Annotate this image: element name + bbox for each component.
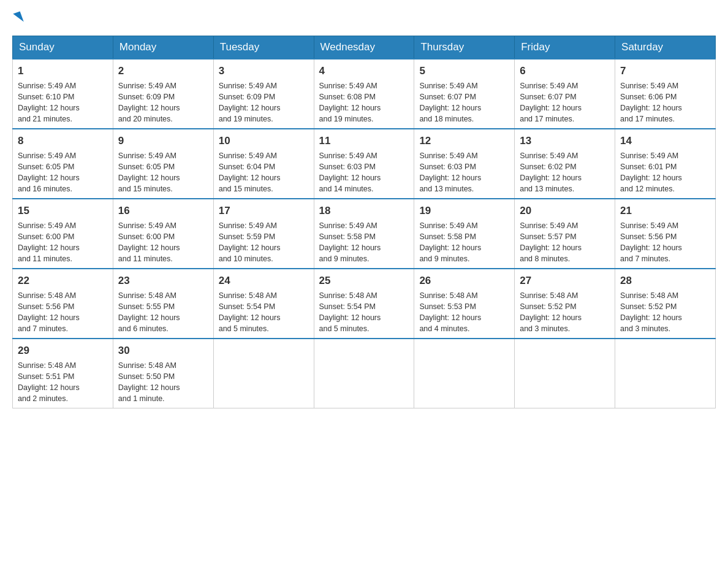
day-number: 2 bbox=[118, 63, 208, 79]
calendar-cell: 18Sunrise: 5:49 AMSunset: 5:58 PMDayligh… bbox=[314, 199, 414, 269]
calendar-cell: 22Sunrise: 5:48 AMSunset: 5:56 PMDayligh… bbox=[13, 269, 113, 339]
day-number: 16 bbox=[118, 203, 208, 219]
day-number: 22 bbox=[18, 273, 108, 289]
calendar-cell: 28Sunrise: 5:48 AMSunset: 5:52 PMDayligh… bbox=[615, 269, 716, 339]
calendar-cell: 2Sunrise: 5:49 AMSunset: 6:09 PMDaylight… bbox=[113, 59, 213, 129]
day-number: 5 bbox=[419, 63, 509, 79]
day-number: 25 bbox=[319, 273, 409, 289]
week-row-1: 1Sunrise: 5:49 AMSunset: 6:10 PMDaylight… bbox=[13, 59, 716, 129]
day-info: Sunrise: 5:49 AMSunset: 6:07 PMDaylight:… bbox=[520, 80, 610, 125]
day-info: Sunrise: 5:49 AMSunset: 6:03 PMDaylight:… bbox=[419, 150, 509, 195]
day-number: 17 bbox=[219, 203, 309, 219]
calendar-cell: 14Sunrise: 5:49 AMSunset: 6:01 PMDayligh… bbox=[615, 129, 716, 199]
day-info: Sunrise: 5:48 AMSunset: 5:55 PMDaylight:… bbox=[118, 290, 208, 335]
day-info: Sunrise: 5:49 AMSunset: 5:59 PMDaylight:… bbox=[219, 220, 309, 265]
weekday-header-thursday: Thursday bbox=[414, 36, 515, 59]
calendar-cell: 3Sunrise: 5:49 AMSunset: 6:09 PMDaylight… bbox=[213, 59, 314, 129]
calendar-cell: 10Sunrise: 5:49 AMSunset: 6:04 PMDayligh… bbox=[213, 129, 314, 199]
calendar-cell: 19Sunrise: 5:49 AMSunset: 5:58 PMDayligh… bbox=[414, 199, 515, 269]
day-number: 18 bbox=[319, 203, 409, 219]
calendar-cell: 12Sunrise: 5:49 AMSunset: 6:03 PMDayligh… bbox=[414, 129, 515, 199]
day-number: 24 bbox=[219, 273, 309, 289]
calendar-cell: 13Sunrise: 5:49 AMSunset: 6:02 PMDayligh… bbox=[515, 129, 615, 199]
day-number: 14 bbox=[620, 133, 710, 149]
day-number: 19 bbox=[419, 203, 509, 219]
day-number: 21 bbox=[620, 203, 710, 219]
day-info: Sunrise: 5:49 AMSunset: 6:01 PMDaylight:… bbox=[620, 150, 710, 195]
calendar-cell bbox=[515, 339, 615, 408]
day-number: 1 bbox=[18, 63, 108, 79]
day-info: Sunrise: 5:49 AMSunset: 5:58 PMDaylight:… bbox=[419, 220, 509, 265]
day-info: Sunrise: 5:49 AMSunset: 6:00 PMDaylight:… bbox=[18, 220, 108, 265]
day-info: Sunrise: 5:48 AMSunset: 5:53 PMDaylight:… bbox=[419, 290, 509, 335]
day-number: 30 bbox=[118, 343, 208, 359]
day-info: Sunrise: 5:49 AMSunset: 6:06 PMDaylight:… bbox=[620, 80, 710, 125]
day-number: 3 bbox=[219, 63, 309, 79]
day-info: Sunrise: 5:48 AMSunset: 5:52 PMDaylight:… bbox=[520, 290, 610, 335]
day-info: Sunrise: 5:49 AMSunset: 6:02 PMDaylight:… bbox=[520, 150, 610, 195]
day-number: 9 bbox=[118, 133, 208, 149]
calendar-cell: 23Sunrise: 5:48 AMSunset: 5:55 PMDayligh… bbox=[113, 269, 213, 339]
calendar-cell: 21Sunrise: 5:49 AMSunset: 5:56 PMDayligh… bbox=[615, 199, 716, 269]
day-number: 27 bbox=[520, 273, 610, 289]
day-info: Sunrise: 5:48 AMSunset: 5:51 PMDaylight:… bbox=[18, 360, 108, 405]
day-number: 13 bbox=[520, 133, 610, 149]
calendar-cell: 27Sunrise: 5:48 AMSunset: 5:52 PMDayligh… bbox=[515, 269, 615, 339]
logo-triangle-icon bbox=[13, 11, 23, 24]
page-header bbox=[12, 12, 716, 23]
weekday-header-friday: Friday bbox=[515, 36, 615, 59]
calendar-cell: 24Sunrise: 5:48 AMSunset: 5:54 PMDayligh… bbox=[213, 269, 314, 339]
day-number: 12 bbox=[419, 133, 509, 149]
logo-blue-text bbox=[12, 12, 22, 23]
calendar-cell: 25Sunrise: 5:48 AMSunset: 5:54 PMDayligh… bbox=[314, 269, 414, 339]
weekday-header-tuesday: Tuesday bbox=[213, 36, 314, 59]
day-info: Sunrise: 5:48 AMSunset: 5:52 PMDaylight:… bbox=[620, 290, 710, 335]
calendar-cell: 5Sunrise: 5:49 AMSunset: 6:07 PMDaylight… bbox=[414, 59, 515, 129]
calendar-cell bbox=[414, 339, 515, 408]
day-number: 15 bbox=[18, 203, 108, 219]
day-info: Sunrise: 5:49 AMSunset: 6:08 PMDaylight:… bbox=[319, 80, 409, 125]
calendar-cell: 4Sunrise: 5:49 AMSunset: 6:08 PMDaylight… bbox=[314, 59, 414, 129]
weekday-header-row: SundayMondayTuesdayWednesdayThursdayFrid… bbox=[13, 36, 716, 59]
day-info: Sunrise: 5:49 AMSunset: 6:09 PMDaylight:… bbox=[219, 80, 309, 125]
calendar-cell: 1Sunrise: 5:49 AMSunset: 6:10 PMDaylight… bbox=[13, 59, 113, 129]
day-info: Sunrise: 5:48 AMSunset: 5:56 PMDaylight:… bbox=[18, 290, 108, 335]
day-info: Sunrise: 5:48 AMSunset: 5:54 PMDaylight:… bbox=[219, 290, 309, 335]
day-number: 26 bbox=[419, 273, 509, 289]
calendar-cell: 26Sunrise: 5:48 AMSunset: 5:53 PMDayligh… bbox=[414, 269, 515, 339]
calendar-table: SundayMondayTuesdayWednesdayThursdayFrid… bbox=[12, 36, 716, 408]
day-number: 20 bbox=[520, 203, 610, 219]
calendar-cell: 16Sunrise: 5:49 AMSunset: 6:00 PMDayligh… bbox=[113, 199, 213, 269]
day-number: 23 bbox=[118, 273, 208, 289]
day-info: Sunrise: 5:49 AMSunset: 5:57 PMDaylight:… bbox=[520, 220, 610, 265]
week-row-5: 29Sunrise: 5:48 AMSunset: 5:51 PMDayligh… bbox=[13, 339, 716, 408]
day-info: Sunrise: 5:49 AMSunset: 6:07 PMDaylight:… bbox=[419, 80, 509, 125]
weekday-header-monday: Monday bbox=[113, 36, 213, 59]
day-info: Sunrise: 5:48 AMSunset: 5:50 PMDaylight:… bbox=[118, 360, 208, 405]
day-info: Sunrise: 5:49 AMSunset: 6:05 PMDaylight:… bbox=[118, 150, 208, 195]
day-number: 29 bbox=[18, 343, 108, 359]
day-info: Sunrise: 5:49 AMSunset: 5:58 PMDaylight:… bbox=[319, 220, 409, 265]
day-info: Sunrise: 5:48 AMSunset: 5:54 PMDaylight:… bbox=[319, 290, 409, 335]
calendar-cell bbox=[615, 339, 716, 408]
calendar-cell bbox=[314, 339, 414, 408]
day-info: Sunrise: 5:49 AMSunset: 6:03 PMDaylight:… bbox=[319, 150, 409, 195]
day-number: 7 bbox=[620, 63, 710, 79]
day-info: Sunrise: 5:49 AMSunset: 6:00 PMDaylight:… bbox=[118, 220, 208, 265]
calendar-cell bbox=[213, 339, 314, 408]
day-number: 8 bbox=[18, 133, 108, 149]
calendar-cell: 29Sunrise: 5:48 AMSunset: 5:51 PMDayligh… bbox=[13, 339, 113, 408]
day-info: Sunrise: 5:49 AMSunset: 6:04 PMDaylight:… bbox=[219, 150, 309, 195]
day-number: 28 bbox=[620, 273, 710, 289]
calendar-cell: 15Sunrise: 5:49 AMSunset: 6:00 PMDayligh… bbox=[13, 199, 113, 269]
calendar-cell: 20Sunrise: 5:49 AMSunset: 5:57 PMDayligh… bbox=[515, 199, 615, 269]
day-number: 6 bbox=[520, 63, 610, 79]
calendar-cell: 9Sunrise: 5:49 AMSunset: 6:05 PMDaylight… bbox=[113, 129, 213, 199]
day-info: Sunrise: 5:49 AMSunset: 6:10 PMDaylight:… bbox=[18, 80, 108, 125]
week-row-2: 8Sunrise: 5:49 AMSunset: 6:05 PMDaylight… bbox=[13, 129, 716, 199]
weekday-header-saturday: Saturday bbox=[615, 36, 716, 59]
weekday-header-sunday: Sunday bbox=[13, 36, 113, 59]
day-info: Sunrise: 5:49 AMSunset: 6:09 PMDaylight:… bbox=[118, 80, 208, 125]
logo bbox=[12, 12, 22, 23]
day-info: Sunrise: 5:49 AMSunset: 5:56 PMDaylight:… bbox=[620, 220, 710, 265]
